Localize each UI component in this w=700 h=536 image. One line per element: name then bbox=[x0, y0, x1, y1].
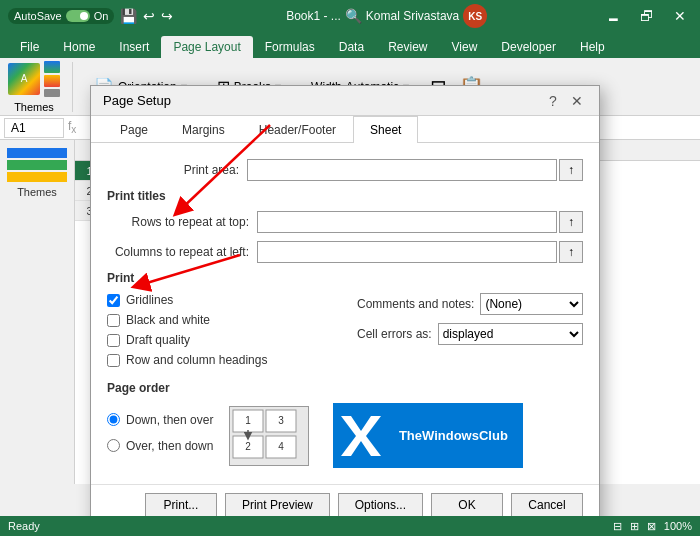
row-col-headings-label[interactable]: Row and column headings bbox=[126, 353, 267, 367]
dialog-title: Page Setup bbox=[103, 93, 171, 108]
page-break-view-icon[interactable]: ⊠ bbox=[647, 520, 656, 533]
tab-file[interactable]: File bbox=[8, 36, 51, 58]
dialog-tab-header-footer[interactable]: Header/Footer bbox=[242, 116, 353, 143]
tab-review[interactable]: Review bbox=[376, 36, 439, 58]
tab-data[interactable]: Data bbox=[327, 36, 376, 58]
svg-text:1: 1 bbox=[246, 415, 252, 426]
print-preview-button[interactable]: Print Preview bbox=[225, 493, 330, 517]
page-order-title: Page order bbox=[107, 381, 583, 395]
draft-quality-checkbox[interactable] bbox=[107, 334, 120, 347]
page-setup-dialog: Page Setup ? ✕ Page Margins Header/Foote… bbox=[90, 85, 600, 530]
dialog-body: Print area: ↑ Print titles Rows to repea… bbox=[91, 143, 599, 484]
dialog-help-button[interactable]: ? bbox=[543, 91, 563, 111]
watermark-container: TheWindowsClub bbox=[333, 403, 523, 468]
print-area-label: Print area: bbox=[107, 163, 247, 177]
view-controls: ⊟ ⊞ ⊠ 100% bbox=[613, 520, 692, 533]
x-logo-svg bbox=[336, 411, 386, 461]
dialog-close-button[interactable]: ✕ bbox=[567, 91, 587, 111]
autosave-toggle-on[interactable] bbox=[66, 10, 90, 22]
svg-text:4: 4 bbox=[279, 441, 285, 452]
print-left-options: Gridlines Black and white Draft quality … bbox=[107, 293, 333, 373]
draft-quality-row: Draft quality bbox=[107, 333, 333, 347]
cell-errors-select[interactable]: displayed bbox=[438, 323, 583, 345]
black-white-checkbox[interactable] bbox=[107, 314, 120, 327]
dialog-tab-sheet[interactable]: Sheet bbox=[353, 116, 418, 143]
avatar: KS bbox=[463, 4, 487, 28]
theme-color-icon bbox=[44, 61, 60, 73]
theme-bar-yellow bbox=[7, 172, 67, 182]
svg-text:2: 2 bbox=[246, 441, 252, 452]
theme-bar-green bbox=[7, 160, 67, 170]
themes-sidebar-label: Themes bbox=[17, 186, 57, 198]
page-order-diagram: 1 3 2 4 bbox=[229, 406, 309, 466]
print-button[interactable]: Print... bbox=[145, 493, 217, 517]
ok-button[interactable]: OK bbox=[431, 493, 503, 517]
options-button[interactable]: Options... bbox=[338, 493, 423, 517]
status-bar: Ready ⊟ ⊞ ⊠ 100% bbox=[0, 516, 700, 536]
over-then-down-radio[interactable] bbox=[107, 439, 120, 452]
down-then-over-label[interactable]: Down, then over bbox=[126, 413, 213, 427]
row-col-headings-checkbox[interactable] bbox=[107, 354, 120, 367]
print-titles-section: Print titles bbox=[107, 189, 583, 203]
dialog-tabs: Page Margins Header/Footer Sheet bbox=[91, 116, 599, 143]
tab-page-layout[interactable]: Page Layout bbox=[161, 36, 252, 58]
print-area-browse[interactable]: ↑ bbox=[559, 159, 583, 181]
tab-formulas[interactable]: Formulas bbox=[253, 36, 327, 58]
rows-repeat-input[interactable] bbox=[257, 211, 557, 233]
tab-help[interactable]: Help bbox=[568, 36, 617, 58]
dialog-title-buttons: ? ✕ bbox=[543, 91, 587, 111]
close-button[interactable]: ✕ bbox=[668, 6, 692, 26]
ribbon-tabs: File Home Insert Page Layout Formulas Da… bbox=[0, 32, 700, 58]
maximize-button[interactable]: 🗗 bbox=[634, 6, 660, 26]
minimize-button[interactable]: 🗕 bbox=[600, 6, 626, 26]
autosave-label: AutoSave bbox=[14, 10, 62, 22]
watermark-box: TheWindowsClub bbox=[333, 403, 523, 468]
print-area-input[interactable] bbox=[247, 159, 557, 181]
cancel-button[interactable]: Cancel bbox=[511, 493, 583, 517]
zoom-level: 100% bbox=[664, 520, 692, 532]
down-then-over-radio[interactable] bbox=[107, 413, 120, 426]
theme-font-icon bbox=[44, 75, 60, 87]
name-box[interactable] bbox=[4, 118, 64, 138]
search-icon[interactable]: 🔍 bbox=[345, 8, 362, 24]
page-order-diagram-svg: 1 3 2 4 bbox=[231, 408, 307, 464]
window-title: Book1 - ... bbox=[286, 9, 341, 23]
cols-repeat-input[interactable] bbox=[257, 241, 557, 263]
dialog-tab-page[interactable]: Page bbox=[103, 116, 165, 143]
comments-notes-select[interactable]: (None) bbox=[480, 293, 583, 315]
title-bar-center: Book1 - ... 🔍 Komal Srivastava KS bbox=[286, 4, 487, 28]
undo-icon[interactable]: ↩ bbox=[143, 8, 155, 24]
draft-quality-label[interactable]: Draft quality bbox=[126, 333, 190, 347]
rows-repeat-browse[interactable]: ↑ bbox=[559, 211, 583, 233]
normal-view-icon[interactable]: ⊟ bbox=[613, 520, 622, 533]
theme-bar-blue bbox=[7, 148, 67, 158]
autosave-toggle[interactable]: AutoSave On bbox=[8, 8, 114, 24]
themes-icon[interactable]: A bbox=[8, 63, 40, 95]
save-icon[interactable]: 💾 bbox=[120, 8, 137, 24]
themes-label: Themes bbox=[14, 101, 54, 113]
tab-home[interactable]: Home bbox=[51, 36, 107, 58]
over-then-down-label[interactable]: Over, then down bbox=[126, 439, 213, 453]
theme-effects-icon bbox=[44, 89, 60, 97]
page-layout-view-icon[interactable]: ⊞ bbox=[630, 520, 639, 533]
over-then-down-row: Over, then down bbox=[107, 439, 213, 453]
autosave-state: On bbox=[94, 10, 109, 22]
gridlines-label[interactable]: Gridlines bbox=[126, 293, 173, 307]
watermark-text: TheWindowsClub bbox=[399, 428, 508, 443]
black-white-label[interactable]: Black and white bbox=[126, 313, 210, 327]
gridlines-checkbox[interactable] bbox=[107, 294, 120, 307]
dialog-title-bar: Page Setup ? ✕ bbox=[91, 86, 599, 116]
dialog-tab-margins[interactable]: Margins bbox=[165, 116, 242, 143]
cols-repeat-browse[interactable]: ↑ bbox=[559, 241, 583, 263]
redo-icon[interactable]: ↪ bbox=[161, 8, 173, 24]
tab-insert[interactable]: Insert bbox=[107, 36, 161, 58]
themes-group: A Themes bbox=[8, 61, 60, 113]
tab-view[interactable]: View bbox=[440, 36, 490, 58]
comments-notes-label: Comments and notes: bbox=[357, 297, 480, 311]
cell-errors-row: Cell errors as: displayed bbox=[357, 323, 583, 345]
rows-repeat-label: Rows to repeat at top: bbox=[107, 215, 257, 229]
tab-developer[interactable]: Developer bbox=[489, 36, 568, 58]
print-options: Gridlines Black and white Draft quality … bbox=[107, 293, 583, 373]
formula-divider: fx bbox=[68, 119, 76, 135]
comments-notes-row: Comments and notes: (None) bbox=[357, 293, 583, 315]
